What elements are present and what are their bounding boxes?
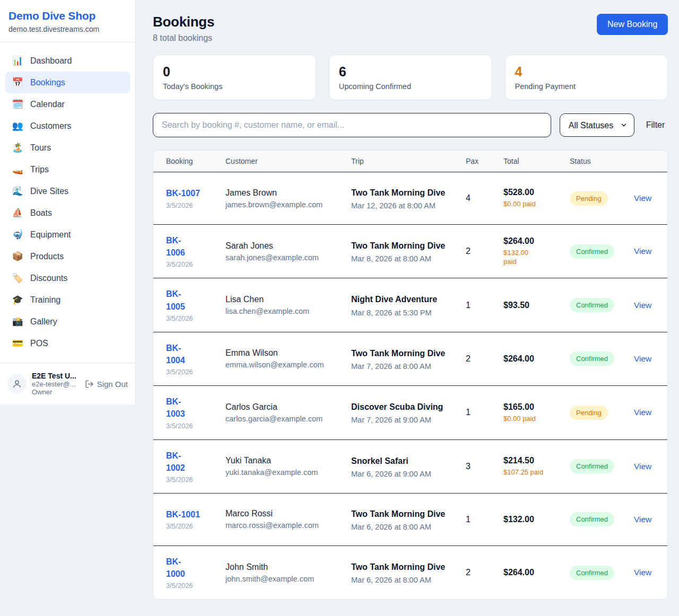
sign-out-button[interactable]: Sign Out — [85, 380, 128, 389]
training-icon: 🎓 — [12, 294, 23, 305]
booking-id-link[interactable]: BK-1007 — [166, 187, 200, 199]
view-link[interactable]: View — [634, 247, 651, 256]
user-email: e2e-tester@... — [32, 380, 80, 388]
sidebar-item-label: Bookings — [30, 78, 65, 87]
sidebar-item-trips[interactable]: 🚤 Trips — [5, 159, 130, 180]
new-booking-button[interactable]: New Booking — [597, 14, 668, 35]
table-row: BK-1006 3/5/2026 Sarah Jones sarah.jones… — [153, 225, 667, 278]
pax-count: 1 — [466, 515, 503, 524]
stat-card-pending-payment: 4 Pending Payment — [505, 55, 668, 100]
trip-name: Night Dive Adventure — [351, 293, 448, 305]
shop-name: Demo Dive Shop — [8, 10, 127, 22]
sidebar-item-label: Tours — [30, 143, 51, 153]
booking-id-link[interactable]: BK-1002 — [166, 450, 185, 474]
sidebar-item-equipment[interactable]: 🤿 Equipment — [5, 224, 130, 245]
view-link[interactable]: View — [634, 354, 651, 363]
user-footer: E2E Test U... e2e-tester@... Owner Sign … — [0, 363, 135, 404]
sidebar-item-gallery[interactable]: 📸 Gallery — [5, 311, 130, 332]
customers-icon: 👥 — [12, 120, 23, 131]
table-row: BK-1000 3/5/2026 John Smith john.smith@e… — [153, 546, 667, 599]
sidebar-item-customers[interactable]: 👥 Customers — [5, 115, 130, 137]
discounts-icon: 🏷️ — [12, 272, 23, 284]
calendar-icon: 🗓️ — [12, 99, 23, 110]
customer-name: Sarah Jones — [225, 241, 346, 251]
user-role: Owner — [32, 388, 80, 396]
brand-header: Demo Dive Shop demo.test.divestreams.com — [0, 0, 135, 42]
customer-email: yuki.tanaka@example.com — [225, 468, 346, 477]
customer-name: Yuki Tanaka — [225, 456, 346, 465]
sidebar-item-label: Discounts — [30, 274, 67, 283]
sidebar-item-label: Calendar — [30, 100, 65, 109]
booking-id-link[interactable]: BK-1006 — [166, 234, 185, 259]
booking-id-link[interactable]: BK-1005 — [166, 288, 185, 312]
booking-date: 3/5/2026 — [166, 422, 220, 430]
view-link[interactable]: View — [634, 408, 651, 417]
sidebar-item-tours[interactable]: 🏝️ Tours — [5, 137, 130, 159]
trip-name: Snorkel Safari — [351, 455, 448, 467]
customer-name: Emma Wilson — [225, 348, 346, 358]
status-badge: Pending — [570, 191, 608, 206]
booking-id-link[interactable]: BK-1000 — [166, 556, 185, 580]
column-header-pax: Pax — [466, 157, 503, 165]
pax-count: 1 — [466, 408, 503, 417]
booking-date: 3/5/2026 — [166, 522, 220, 530]
status-badge: Confirmed — [570, 351, 614, 366]
sidebar-item-products[interactable]: 📦 Products — [5, 245, 130, 267]
sidebar-item-label: Trips — [30, 165, 49, 174]
total-amount: $264.00 — [503, 354, 564, 364]
table-body: BK-1007 3/5/2026 James Brown james.brown… — [153, 172, 667, 599]
status-badge: Confirmed — [570, 512, 614, 526]
column-header-trip: Trip — [351, 157, 466, 165]
sidebar-item-pos[interactable]: 💳 POS — [5, 332, 130, 354]
trip-name: Discover Scuba Diving — [351, 401, 448, 413]
view-link[interactable]: View — [634, 515, 651, 524]
table-row: BK-1005 3/5/2026 Lisa Chen lisa.chen@exa… — [153, 278, 667, 332]
customer-email: john.smith@example.com — [225, 575, 346, 583]
stat-label: Today's Bookings — [163, 82, 306, 91]
stat-value: 0 — [163, 64, 306, 80]
view-link[interactable]: View — [634, 462, 651, 471]
customer-email: emma.wilson@example.com — [225, 360, 346, 369]
customer-email: lisa.chen@example.com — [225, 307, 346, 315]
sidebar-item-boats[interactable]: ⛵ Boats — [5, 202, 130, 224]
total-amount: $165.00 — [503, 402, 564, 412]
sidebar-item-label: Dive Sites — [30, 187, 68, 196]
booking-id-link[interactable]: BK-1001 — [166, 508, 200, 521]
search-input[interactable] — [153, 113, 551, 137]
paid-amount: $0.00 paid — [503, 414, 564, 424]
boats-icon: ⛵ — [12, 207, 23, 218]
sidebar-item-calendar[interactable]: 🗓️ Calendar — [5, 93, 130, 115]
view-link[interactable]: View — [634, 301, 651, 310]
sidebar-item-label: Gallery — [30, 317, 57, 327]
status-select[interactable]: All Statuses — [560, 113, 634, 137]
column-header-total: Total — [503, 157, 570, 165]
booking-date: 3/5/2026 — [166, 582, 220, 589]
tours-icon: 🏝️ — [12, 142, 23, 153]
status-badge: Confirmed — [570, 566, 614, 580]
sidebar: Demo Dive Shop demo.test.divestreams.com… — [0, 0, 136, 404]
pax-count: 4 — [466, 193, 503, 203]
view-link[interactable]: View — [634, 193, 651, 203]
total-amount: $264.00 — [503, 236, 564, 246]
sidebar-item-dashboard[interactable]: 📊 Dashboard — [5, 50, 130, 72]
sidebar-item-bookings[interactable]: 📅 Bookings — [5, 72, 130, 93]
sidebar-item-discounts[interactable]: 🏷️ Discounts — [5, 267, 130, 289]
stat-value: 6 — [339, 64, 482, 80]
stat-value: 4 — [515, 64, 658, 80]
trip-datetime: Mar 7, 2026 at 9:00 AM — [351, 416, 460, 424]
sidebar-item-label: Equipment — [30, 230, 71, 240]
booking-id-link[interactable]: BK-1003 — [166, 395, 185, 420]
filter-button[interactable]: Filter — [643, 120, 668, 130]
sidebar-item-dive-sites[interactable]: 🌊 Dive Sites — [5, 180, 130, 202]
booking-id-link[interactable]: BK-1004 — [166, 342, 185, 366]
view-link[interactable]: View — [634, 568, 651, 577]
sidebar-item-training[interactable]: 🎓 Training — [5, 289, 130, 311]
column-header-booking: Booking — [166, 157, 225, 165]
trip-name: Two Tank Morning Dive — [351, 561, 448, 573]
trip-name: Two Tank Morning Dive — [351, 187, 448, 199]
app-layout: Demo Dive Shop demo.test.divestreams.com… — [0, 0, 679, 616]
total-amount: $214.50 — [503, 456, 564, 465]
sidebar-item-label: Boats — [30, 208, 52, 218]
trip-datetime: Mar 6, 2026 at 8:00 AM — [351, 576, 460, 584]
customer-name: Marco Rossi — [225, 509, 346, 518]
